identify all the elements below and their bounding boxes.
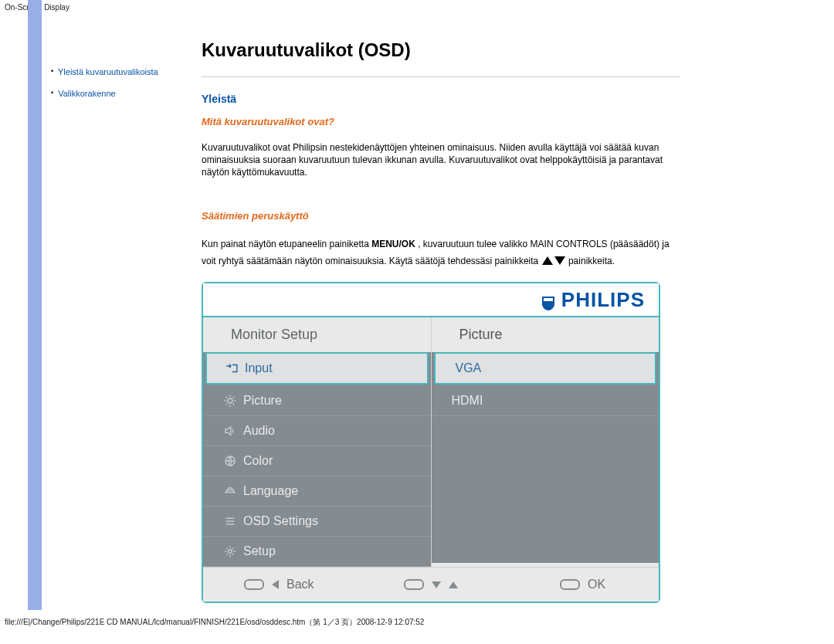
footer-path-text: file:///E|/Change/Philips/221E CD MANUAL…	[0, 603, 834, 628]
chevron-up-icon	[449, 581, 458, 588]
pill-icon	[560, 579, 580, 590]
arrow-up-down-icon	[541, 253, 566, 271]
osd-menu-audio[interactable]: Audio	[203, 416, 431, 446]
svg-point-3	[229, 550, 232, 554]
osd-menu-label: Color	[243, 454, 431, 468]
bullet-icon: •	[51, 89, 53, 97]
section-what-heading: Mitä kuvaruutuvalikot ovat?	[202, 116, 680, 127]
osd-menu-osd-settings[interactable]: OSD Settings	[203, 507, 431, 537]
osd-menu-label: Input	[245, 361, 427, 375]
osd-menu-setup[interactable]: Setup	[203, 537, 431, 567]
globe-icon	[217, 454, 243, 468]
sidebar-item-menutree[interactable]: • Valikkorakenne	[51, 89, 182, 98]
osd-menu-input[interactable]: Input	[205, 352, 429, 385]
chevron-left-icon	[272, 580, 279, 589]
osd-submenu-vga[interactable]: VGA	[434, 352, 657, 385]
osd-panel: PHILIPS Monitor Setup Input	[202, 282, 660, 604]
pill-icon	[404, 579, 424, 590]
osd-menu-label: Setup	[243, 544, 431, 558]
header-text: On-Screen Display	[0, 0, 834, 13]
sidebar-item-label[interactable]: Yleistä kuvaruutuvalikoista	[58, 67, 158, 76]
svg-point-1	[228, 398, 232, 403]
svg-rect-0	[544, 298, 553, 301]
gear-icon	[217, 544, 243, 558]
osd-ok-label: OK	[588, 578, 605, 591]
speaker-icon	[217, 424, 243, 438]
philips-shield-icon	[539, 294, 558, 313]
osd-ok-button[interactable]: OK	[507, 578, 659, 591]
osd-submenu-hdmi[interactable]: HDMI	[432, 386, 659, 416]
osd-left-header: Monitor Setup	[203, 322, 431, 351]
osd-menu-label: Language	[243, 484, 431, 498]
pill-icon	[244, 579, 264, 590]
section-controls-heading: Säätimien peruskäyttö	[202, 210, 680, 222]
osd-menu-color[interactable]: Color	[203, 446, 431, 476]
osd-submenu-blank	[432, 416, 659, 563]
input-icon	[219, 361, 245, 375]
paragraph-what: Kuvaruutuvalikot ovat Philipsin nestekid…	[202, 141, 680, 179]
osd-menu-list: Input Picture	[203, 352, 431, 567]
paragraph-controls: Kun painat näytön etupaneelin painiketta…	[202, 236, 680, 271]
osd-back-label: Back	[286, 578, 314, 591]
osd-menu-picture[interactable]: Picture	[203, 386, 431, 416]
osd-back-button[interactable]: Back	[203, 578, 355, 591]
chevron-down-icon	[432, 581, 441, 588]
osd-right-header: Picture	[432, 322, 659, 351]
left-accent-bar	[28, 0, 42, 610]
text-fragment: Kun painat näytön etupaneelin painiketta	[202, 239, 371, 249]
osd-submenu-label: VGA	[456, 361, 656, 375]
language-icon	[217, 484, 243, 498]
osd-menu-label: OSD Settings	[243, 514, 431, 528]
osd-right-column: Picture VGA HDMI	[432, 317, 659, 567]
text-fragment: painikkeita.	[568, 256, 615, 266]
menu-ok-label: MENU/OK	[371, 239, 415, 249]
osd-submenu-list: VGA HDMI	[432, 352, 659, 563]
osd-menu-language[interactable]: Language	[203, 476, 431, 507]
divider	[202, 76, 680, 77]
osd-bottom-bar: Back OK	[203, 567, 659, 602]
osd-submenu-label: HDMI	[452, 394, 659, 408]
section-general-heading: Yleistä	[202, 93, 680, 105]
osd-brand-bar: PHILIPS	[203, 283, 659, 318]
sidebar-item-label[interactable]: Valikkorakenne	[58, 89, 115, 98]
osd-nav-buttons[interactable]	[355, 579, 507, 590]
sidebar: • Yleistä kuvaruutuvalikoista • Valikkor…	[43, 39, 182, 110]
brightness-icon	[217, 394, 243, 408]
osd-left-column: Monitor Setup Input	[203, 317, 432, 567]
osd-menu-label: Audio	[243, 424, 431, 438]
list-icon	[217, 514, 243, 528]
osd-menu-label: Picture	[243, 394, 431, 408]
sidebar-item-overview[interactable]: • Yleistä kuvaruutuvalikoista	[51, 67, 182, 76]
philips-logo-text: PHILIPS	[561, 288, 645, 312]
bullet-icon: •	[51, 67, 53, 75]
page-title: Kuvaruutuvalikot (OSD)	[202, 39, 680, 61]
